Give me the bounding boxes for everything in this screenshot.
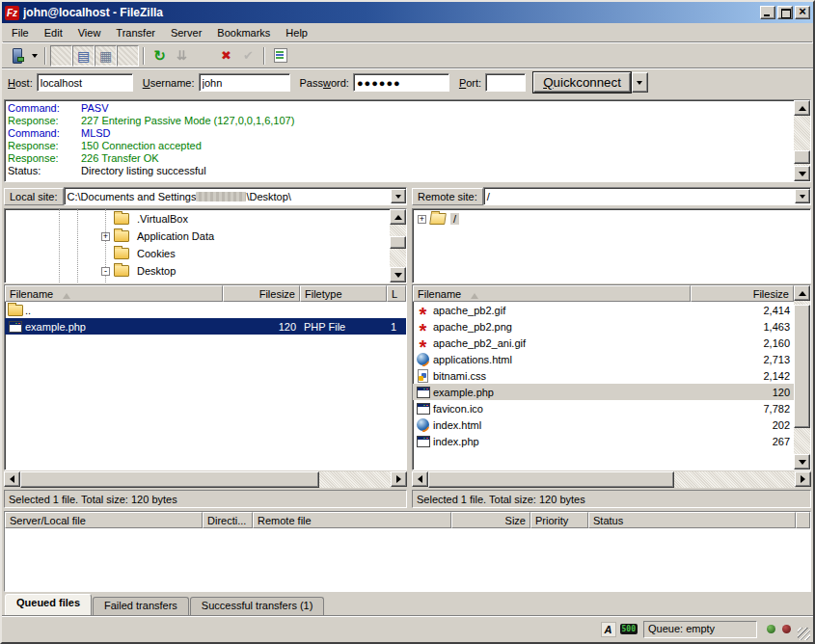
remote-list-header: FilenameFilesize xyxy=(413,285,794,302)
scroll-down-button[interactable] xyxy=(794,454,810,470)
refresh-button[interactable] xyxy=(149,45,171,67)
file-row[interactable]: bitnami.css2,142 xyxy=(413,367,794,384)
remote-hscrollbar[interactable] xyxy=(412,471,811,488)
disconnect-button[interactable] xyxy=(215,45,237,67)
scrollbar-thumb[interactable] xyxy=(794,150,810,164)
queue-column-status[interactable]: Status xyxy=(588,512,796,528)
queue-column-directi---[interactable]: Directi... xyxy=(203,512,253,528)
synchronized-browsing-button[interactable] xyxy=(313,45,336,67)
quickconnect-dropdown-button[interactable] xyxy=(632,72,648,93)
resize-grip[interactable] xyxy=(798,628,810,640)
queue-column-server-local-file[interactable]: Server/Local file xyxy=(5,512,203,528)
file-name-cell: example.php xyxy=(413,385,691,399)
scrollbar-track[interactable] xyxy=(20,471,391,488)
file-row[interactable]: .. xyxy=(5,302,406,318)
quickconnect-button[interactable]: Quickconnect xyxy=(533,72,631,93)
file-row[interactable]: applications.html2,713 xyxy=(413,351,794,367)
scroll-left-button[interactable] xyxy=(412,471,428,487)
scrollbar-track[interactable] xyxy=(428,471,795,488)
toggle-local-tree-button[interactable] xyxy=(72,45,95,67)
host-input[interactable] xyxy=(37,73,133,92)
toggle-log-view-button[interactable] xyxy=(50,45,72,67)
expander-plus-icon[interactable]: + xyxy=(101,232,110,241)
filter-button[interactable] xyxy=(269,45,291,67)
file-row[interactable]: *apache_pb2_ani.gif2,160 xyxy=(413,335,794,351)
cancel-operation-button[interactable] xyxy=(193,45,215,67)
local-path-combobox[interactable]: C:\Documents and Settings\Desktop\ xyxy=(64,187,407,205)
scroll-right-button[interactable] xyxy=(391,471,407,487)
reconnect-button[interactable] xyxy=(237,45,259,67)
port-input[interactable] xyxy=(485,73,526,92)
data-type-ascii-icon[interactable]: A xyxy=(601,622,616,637)
queue-body[interactable] xyxy=(5,528,810,591)
column-header-last-modified[interactable]: L xyxy=(387,285,406,302)
queue-column-remote-file[interactable]: Remote file xyxy=(253,512,451,528)
file-row[interactable]: favicon.ico7,782 xyxy=(413,400,794,416)
username-input[interactable] xyxy=(199,73,290,92)
scroll-up-button[interactable] xyxy=(794,100,810,116)
scroll-right-button[interactable] xyxy=(795,471,811,487)
remote-list-scrollbar[interactable] xyxy=(794,285,810,470)
scrollbar-thumb[interactable] xyxy=(428,471,674,488)
site-manager-button[interactable] xyxy=(6,45,28,67)
scroll-left-button[interactable] xyxy=(4,471,20,487)
remote-path-dropdown-button[interactable] xyxy=(795,189,810,203)
menu-item-transfer[interactable]: Transfer xyxy=(108,25,163,40)
process-queue-icon xyxy=(174,47,190,64)
tab-failed-transfers[interactable]: Failed transfers xyxy=(93,597,189,615)
queue-column-priority[interactable]: Priority xyxy=(530,512,588,528)
local-tree-item[interactable]: +Application Data xyxy=(5,228,390,245)
tab-successful-transfers--1-[interactable]: Successful transfers (1) xyxy=(190,597,325,615)
column-header-filetype[interactable]: Filetype xyxy=(300,285,387,302)
file-row[interactable]: example.php120PHP File1 xyxy=(5,318,406,335)
menu-item-file[interactable]: File xyxy=(4,25,37,40)
scrollbar-thumb[interactable] xyxy=(390,236,406,249)
menu-item-server[interactable]: Server xyxy=(163,25,209,40)
scroll-up-button[interactable] xyxy=(390,209,406,225)
file-row[interactable]: index.html202 xyxy=(413,416,794,433)
scroll-down-button[interactable] xyxy=(794,166,810,181)
scrollbar-thumb[interactable] xyxy=(20,471,319,488)
remote-tree-root-row[interactable]: + / xyxy=(413,210,810,228)
process-queue-button[interactable] xyxy=(171,45,193,67)
scroll-up-button[interactable] xyxy=(794,285,810,301)
directory-comparison-button[interactable] xyxy=(291,45,313,67)
maximize-button[interactable] xyxy=(777,6,793,19)
expander-minus-icon[interactable]: - xyxy=(101,267,110,276)
menu-item-help[interactable]: Help xyxy=(278,25,315,40)
file-row[interactable]: *apache_pb2.png1,463 xyxy=(413,318,794,335)
column-header-filename[interactable]: Filename xyxy=(413,285,691,302)
minimize-button[interactable] xyxy=(760,6,775,19)
site-manager-dropdown-button[interactable] xyxy=(28,45,41,67)
column-header-filesize[interactable]: Filesize xyxy=(223,285,300,302)
file-row[interactable]: index.php267 xyxy=(413,433,794,449)
local-tree-scrollbar[interactable] xyxy=(390,209,406,282)
password-input[interactable] xyxy=(353,73,449,92)
tab-queued-files[interactable]: Queued files xyxy=(5,594,92,615)
local-tree-item[interactable]: -Desktop xyxy=(5,262,390,280)
toggle-queue-view-button[interactable] xyxy=(117,45,139,67)
find-files-button[interactable] xyxy=(336,45,358,67)
file-row[interactable]: *apache_pb2.gif2,414 xyxy=(413,302,794,318)
local-tree-item[interactable]: Cookies xyxy=(5,245,390,262)
column-header-filename[interactable]: Filename xyxy=(5,285,223,302)
local-tree-item[interactable]: .VirtualBox xyxy=(5,210,390,228)
speed-limit-icon[interactable]: 500 xyxy=(620,624,638,634)
menu-item-view[interactable]: View xyxy=(70,25,109,40)
remote-path-combobox[interactable]: / xyxy=(483,187,811,205)
queue-column-size[interactable]: Size xyxy=(451,512,530,528)
log-scrollbar[interactable] xyxy=(794,100,810,181)
local-path-dropdown-button[interactable] xyxy=(391,189,406,203)
local-site-label: Local site: xyxy=(4,188,64,205)
scrollbar-thumb[interactable] xyxy=(794,305,810,428)
file-row[interactable]: example.php120 xyxy=(413,384,794,400)
remote-tree-root-label[interactable]: / xyxy=(450,213,459,225)
expander-plus-icon[interactable]: + xyxy=(418,215,426,224)
toggle-remote-tree-button[interactable] xyxy=(95,45,117,67)
menu-item-bookmarks[interactable]: Bookmarks xyxy=(209,25,278,40)
column-header-filesize[interactable]: Filesize xyxy=(691,285,794,302)
close-button[interactable] xyxy=(795,6,810,19)
scroll-down-button[interactable] xyxy=(390,267,406,282)
local-hscrollbar[interactable] xyxy=(4,471,407,488)
menu-item-edit[interactable]: Edit xyxy=(37,25,70,40)
